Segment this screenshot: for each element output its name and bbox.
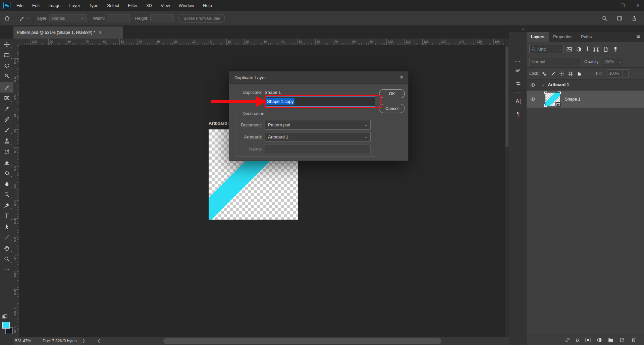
zoom-tool[interactable] <box>0 253 13 264</box>
expand-chevron-icon[interactable]: ⌄ <box>542 83 544 87</box>
workspace-icon[interactable] <box>616 15 623 21</box>
share-icon[interactable] <box>631 15 637 21</box>
horizontal-scrollbar-thumb[interactable] <box>163 338 441 344</box>
visibility-eye-icon[interactable] <box>527 91 539 108</box>
hand-tool[interactable] <box>0 243 13 253</box>
tab-paths[interactable]: Paths <box>577 32 596 42</box>
cancel-button[interactable]: Cancel <box>379 104 405 113</box>
panel-menu-icon[interactable] <box>636 34 641 40</box>
name-input[interactable] <box>265 144 371 154</box>
scroll-left-icon[interactable]: ❮ <box>97 339 100 343</box>
dodge-tool[interactable] <box>0 189 13 200</box>
menu-3d[interactable]: 3D <box>146 3 152 8</box>
lock-artboards-icon[interactable] <box>568 71 573 76</box>
add-layer-mask-icon[interactable] <box>585 337 591 343</box>
menu-file[interactable]: File <box>16 3 23 8</box>
status-expand-icon[interactable]: ❯ <box>82 339 85 343</box>
style-select[interactable]: Normal <box>49 14 87 22</box>
scroll-up-icon[interactable]: ⌃ <box>505 39 509 43</box>
close-window-icon[interactable]: ✕ <box>635 3 641 8</box>
menu-image[interactable]: Image <box>48 3 60 8</box>
chevron-down-icon[interactable] <box>81 16 85 20</box>
move-tool[interactable] <box>0 39 13 50</box>
new-layer-icon[interactable] <box>619 337 625 343</box>
vertical-ruler[interactable]: 4 03 02 01 001 02 03 04 05 06 07 08 09 0… <box>13 45 19 337</box>
dialog-titlebar[interactable]: Duplicate Layer ✕ <box>229 71 408 84</box>
blend-mode-select[interactable]: Normal ⌄ <box>529 58 580 66</box>
rectangular-marquee-tool[interactable] <box>0 50 13 60</box>
new-adjustment-layer-icon[interactable] <box>596 337 602 343</box>
share-icon[interactable] <box>631 15 637 21</box>
path-selection-tool[interactable] <box>0 221 13 232</box>
object-selection-tool[interactable] <box>0 71 13 82</box>
layer-thumbnail[interactable] <box>545 92 560 106</box>
layer-style-icon[interactable]: fx <box>576 337 580 343</box>
eyedropper-tool[interactable] <box>0 103 13 114</box>
layer-row-shape-1[interactable]: Shape 1 <box>527 91 644 108</box>
new-group-icon[interactable] <box>608 337 614 343</box>
tool-preset-button[interactable] <box>19 15 30 21</box>
slices-from-guides-button[interactable]: Slices From Guides <box>178 14 225 22</box>
hamburger-icon[interactable] <box>636 34 641 40</box>
panel-drag-handle[interactable] <box>515 92 522 94</box>
visibility-eye-icon[interactable] <box>527 79 539 90</box>
brush-tool[interactable] <box>0 125 13 135</box>
menu-view[interactable]: View <box>161 3 170 8</box>
artboard-label[interactable]: Artboard 1 <box>209 121 231 126</box>
brush-settings-panel-button[interactable] <box>514 66 523 75</box>
width-input[interactable] <box>107 14 130 22</box>
ok-button[interactable]: OK <box>379 89 405 98</box>
foreground-color-swatch[interactable] <box>2 322 10 329</box>
search-icon[interactable] <box>602 15 608 21</box>
type-tool[interactable]: T <box>0 211 13 221</box>
menu-select[interactable]: Select <box>107 3 119 8</box>
smart-objects-filter-icon[interactable] <box>603 46 609 52</box>
menu-layer[interactable]: Layer <box>69 3 80 8</box>
opacity-input[interactable]: 100% <box>602 58 617 66</box>
document-tab[interactable]: Pattern.psd @ 531% (Shape 1, RGB/8#) * ✕ <box>13 26 123 39</box>
photoshop-logo-icon[interactable]: Ps <box>3 2 10 9</box>
paint-bucket-tool[interactable] <box>0 168 13 178</box>
adjustment-layers-filter-icon[interactable] <box>576 46 582 52</box>
tab-properties[interactable]: Properties <box>549 32 577 42</box>
dialog-close-icon[interactable]: ✕ <box>399 74 404 80</box>
default-swatches-icon[interactable] <box>2 314 8 319</box>
kind-filter-select[interactable]: Kind ⌄ <box>529 45 564 53</box>
delete-layer-icon[interactable] <box>631 337 637 343</box>
search-icon[interactable] <box>602 15 608 21</box>
link-layers-icon[interactable] <box>565 337 571 343</box>
lasso-tool[interactable] <box>0 60 13 71</box>
paragraph-panel-panel-button[interactable]: ¶ <box>514 110 523 119</box>
lock-position-icon[interactable] <box>559 71 565 76</box>
menu-edit[interactable]: Edit <box>32 3 40 8</box>
shape-layers-filter-icon[interactable] <box>593 46 599 52</box>
type-layers-filter-icon[interactable]: T <box>586 46 589 53</box>
clone-stamp-tool[interactable] <box>0 135 13 146</box>
layer-row-artboard-1[interactable]: ⌄Artboard 1 <box>527 79 644 91</box>
filtering-toggle-icon[interactable] <box>612 46 619 52</box>
home-icon[interactable] <box>4 15 10 21</box>
pen-tool[interactable] <box>0 200 13 211</box>
character-panel-panel-button[interactable]: A| <box>514 97 523 106</box>
chevron-down-icon[interactable] <box>26 16 30 20</box>
spot-healing-brush-tool[interactable] <box>0 114 13 125</box>
clone-source-panel-button[interactable] <box>514 79 523 88</box>
horizontal-ruler[interactable]: 1009080706050403020100102030405060708090… <box>19 39 504 45</box>
lock-all-icon[interactable] <box>577 71 582 76</box>
opacity-dropdown-icon[interactable]: ⌄ <box>617 58 623 66</box>
height-input[interactable] <box>150 14 174 22</box>
fill-dropdown-icon[interactable]: ⌄ <box>623 69 629 77</box>
lock-transparent-pixels-icon[interactable] <box>542 71 547 76</box>
artboard-select[interactable]: Artboard 1 ⌄ <box>265 132 371 142</box>
menu-help[interactable]: Help <box>203 3 212 8</box>
edit-toolbar-tool[interactable] <box>0 264 13 275</box>
vertical-scrollbar[interactable]: ⌃ <box>504 39 509 337</box>
panel-drag-handle[interactable] <box>515 61 522 62</box>
frame-tool[interactable] <box>0 93 13 103</box>
zoom-level[interactable]: 531.47% <box>15 339 31 343</box>
close-tab-icon[interactable]: ✕ <box>99 30 102 35</box>
collapse-panels-icon[interactable]: « <box>509 26 527 32</box>
minimize-window-icon[interactable]: — <box>604 3 610 8</box>
restore-window-icon[interactable]: ❐ <box>619 3 626 8</box>
blur-tool[interactable] <box>0 178 13 189</box>
